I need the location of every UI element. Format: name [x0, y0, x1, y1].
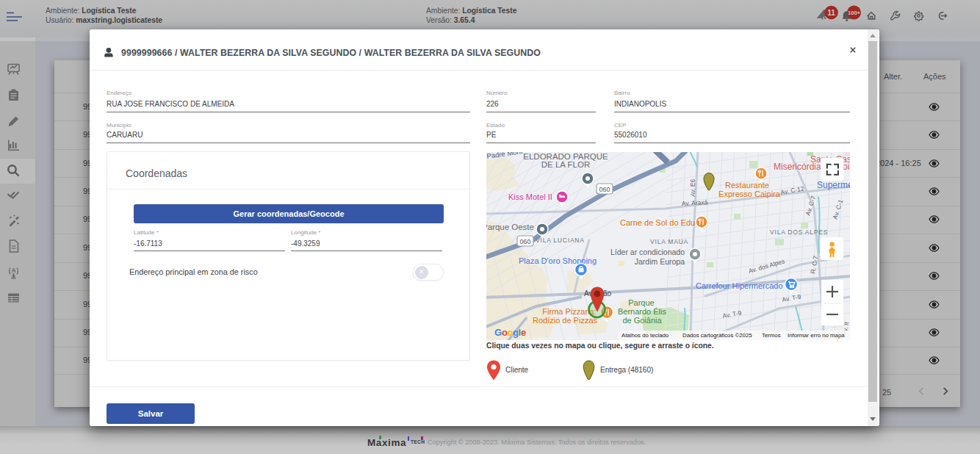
svg-text:060: 060 [519, 238, 530, 245]
svg-text:Atalhos do teclado: Atalhos do teclado [621, 332, 669, 339]
svg-text:Expresso Caipira: Expresso Caipira [718, 190, 781, 198]
svg-text:VILA MAUA: VILA MAUA [650, 238, 688, 245]
svg-text:G: G [494, 327, 502, 338]
svg-text:Av. Araxá: Av. Araxá [682, 198, 708, 207]
svg-text:VILA LUCIANA: VILA LUCIANA [536, 237, 585, 244]
svg-text:060: 060 [599, 186, 610, 193]
svg-text:Líder ar condicionado: Líder ar condicionado [610, 248, 685, 256]
svg-text:Rodízio de Pizzas: Rodízio de Pizzas [533, 316, 598, 325]
svg-text:ão: ão [603, 289, 612, 298]
svg-text:Carne de Sol do Edu: Carne de Sol do Edu [620, 218, 695, 227]
svg-text:e: e [521, 327, 526, 338]
svg-text:Supermerca: Supermerca [817, 180, 850, 190]
svg-text:Parque: Parque [628, 298, 654, 307]
svg-text:Jardim Europa: Jardim Europa [635, 257, 685, 266]
svg-text:DE LA FLOR: DE LA FLOR [541, 160, 590, 169]
svg-text:Kiss Motel II: Kiss Motel II [508, 192, 552, 201]
svg-text:Parque Oeste: Parque Oeste [486, 223, 534, 231]
svg-text:Termos: Termos [762, 332, 781, 339]
svg-text:Plaza D'oro Shopping: Plaza D'oro Shopping [519, 256, 597, 265]
svg-text:Carrefour Hipermercado: Carrefour Hipermercado [696, 281, 783, 290]
svg-text:100+: 100+ [848, 10, 861, 16]
svg-text:Bernardo Élis: Bernardo Élis [618, 307, 667, 316]
svg-text:VILA DOS ALPES: VILA DOS ALPES [770, 228, 828, 236]
svg-text:Restaurante: Restaurante [725, 181, 769, 190]
svg-text:11: 11 [827, 9, 835, 17]
svg-text:de Goiânia: de Goiânia [622, 316, 662, 325]
svg-text:Av. E6: Av. E6 [689, 179, 696, 197]
svg-text:Informar erro no mapa: Informar erro no mapa [788, 332, 845, 339]
svg-text:Dados cartográficos ©2025: Dados cartográficos ©2025 [682, 332, 752, 339]
